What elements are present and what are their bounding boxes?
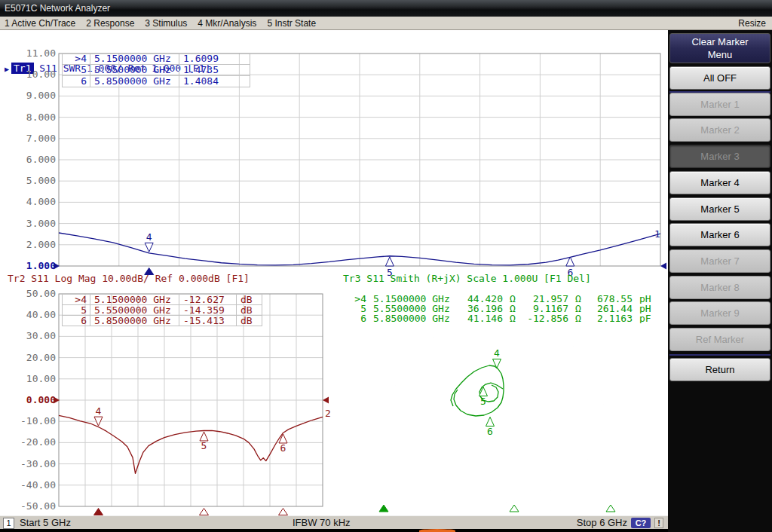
readout-cell-num: 5 <box>348 304 369 313</box>
taskbar-peek <box>419 529 455 532</box>
trace3-header[interactable]: Tr3 S11 Smith (R+jX) Scale 1.000U [F1 De… <box>343 273 591 285</box>
readout-row: 65.8500000 GHz-15.413dB <box>63 316 262 326</box>
y-axis-label: 6.000 <box>0 154 56 165</box>
readout-cell-num: >4 <box>348 294 369 304</box>
y-axis-label: 2.000 <box>0 240 56 250</box>
display-area: 45645612456 ▶Tr1 S11 SWR 1.000/ Ref 1.00… <box>0 30 668 515</box>
menu-item-response[interactable]: 2 Response <box>86 18 134 29</box>
stimulus-marker <box>94 509 103 515</box>
softkey-marker-2: Marker 2 <box>669 118 770 142</box>
readout-cell-unit: dB <box>237 305 262 315</box>
stimulus-marker <box>510 505 519 512</box>
marker-number-label: 4 <box>146 231 152 243</box>
ifbw-label: IFBW 70 kHz <box>293 517 351 528</box>
readout-cell-x: -12.856 <box>522 313 571 323</box>
readout-cell-lc: 2.1163 <box>587 313 636 323</box>
readout-cell-ohm1: Ω <box>506 294 522 304</box>
readout-cell-r: 36.196 <box>461 304 506 313</box>
softkey-marker-7: Marker 7 <box>669 249 770 273</box>
y-axis-label: -50.00 <box>0 501 56 512</box>
readout-cell-num: 5 <box>63 65 90 75</box>
trace2-header[interactable]: Tr2 S11 Log Mag 10.00dB/ Ref 0.000dB [F1… <box>8 273 250 285</box>
readout-cell-freq: 5.5500000 GHz <box>90 65 179 75</box>
y-axis-label: 40.00 <box>0 310 56 320</box>
readout-cell-lc: 261.44 <box>587 304 636 313</box>
y-axis-label: 1.000 <box>0 261 56 271</box>
tr3-trace-outer <box>451 365 504 416</box>
trace1-marker-readout: >45.1500000 GHz1.609955.5500000 GHz1.473… <box>62 53 250 87</box>
softkey-separator <box>669 354 770 356</box>
y-axis-label: 8.000 <box>0 112 56 123</box>
readout-cell-value: 1.6099 <box>179 54 250 64</box>
readout-cell-r: 41.146 <box>461 313 506 323</box>
marker-number-label: 6 <box>280 442 286 454</box>
marker-5-symbol[interactable] <box>385 257 394 266</box>
marker-5-symbol[interactable] <box>200 432 208 441</box>
readout-cell-freq: 5.1500000 GHz <box>90 54 179 64</box>
smith-marker-6-symbol[interactable] <box>486 417 495 427</box>
menu-item-instr-state[interactable]: 5 Instr State <box>267 18 316 29</box>
readout-cell-freq: 5.8500000 GHz <box>369 313 461 323</box>
readout-cell-unit: dB <box>237 316 262 326</box>
softkey-return[interactable]: Return <box>669 358 770 381</box>
readout-cell-num: >4 <box>63 54 90 64</box>
title-bar: E5071C Network Analyzer <box>0 0 772 17</box>
stop-frequency-label: Stop 6 GHz <box>577 517 627 528</box>
readout-cell-freq: 5.5500000 GHz <box>369 304 461 313</box>
readout-cell-lc_unit: pH <box>636 304 659 313</box>
readout-cell-lc_unit: pF <box>636 313 659 323</box>
softkey-marker-9: Marker 9 <box>669 301 770 325</box>
softkey-marker-3[interactable]: Marker 3 <box>669 145 770 168</box>
readout-cell-x: 9.1167 <box>522 304 571 313</box>
readout-cell-num: 5 <box>63 305 90 315</box>
readout-cell-freq: 5.1500000 GHz <box>369 294 461 304</box>
y-axis-label: 20.00 <box>0 353 56 363</box>
status-bar: 1 Start 5 GHz IFBW 70 kHz Stop 6 GHz C? … <box>0 515 668 529</box>
y-axis-label: 11.00 <box>0 48 56 59</box>
softkey-marker-6[interactable]: Marker 6 <box>669 223 770 246</box>
reference-level-pointer-right <box>660 263 666 270</box>
readout-cell-value: -12.627 <box>179 295 237 304</box>
readout-cell-freq: 5.1500000 GHz <box>90 295 179 304</box>
smith-marker-5-symbol[interactable] <box>479 387 488 396</box>
y-axis-label: 10.00 <box>0 69 56 80</box>
marker-6-symbol[interactable] <box>279 434 287 443</box>
readout-row: >45.1500000 GHz1.6099 <box>63 54 250 65</box>
readout-cell-num: >4 <box>63 295 90 304</box>
readout-row: 55.5500000 GHz1.4735 <box>63 65 250 76</box>
readout-cell-ohm1: Ω <box>506 304 522 313</box>
marker-number-label: 5 <box>201 440 207 451</box>
y-axis-label: 5.000 <box>0 176 56 186</box>
marker-number-label: 4 <box>96 405 102 417</box>
trace2-marker-readout: >45.1500000 GHz-12.627dB55.5500000 GHz-1… <box>62 294 262 326</box>
softkey-separator <box>669 91 770 93</box>
readout-row: 55.5500000 GHz36.196Ω9.1167Ω261.44pH <box>348 304 659 313</box>
softkey-all-off[interactable]: All OFF <box>669 66 770 90</box>
stimulus-marker <box>200 509 209 515</box>
softkey-marker-4[interactable]: Marker 4 <box>669 171 770 194</box>
menu-item-resize[interactable]: Resize <box>738 18 766 29</box>
error-indicator[interactable]: ! <box>654 518 663 528</box>
y-axis-label: 3.000 <box>0 219 56 229</box>
smith-marker-4-symbol[interactable] <box>493 359 501 368</box>
readout-cell-freq: 5.8500000 GHz <box>90 76 179 87</box>
trace2-number-label: 2 <box>325 408 331 419</box>
marker-number-label: 6 <box>487 426 493 437</box>
trace3-marker-readout: >45.1500000 GHz44.420Ω21.957Ω678.55pH55.… <box>348 294 659 323</box>
menu-item-stimulus[interactable]: 3 Stimulus <box>145 18 187 29</box>
readout-cell-ohm2: Ω <box>571 294 587 304</box>
marker-4-symbol[interactable] <box>145 243 153 252</box>
softkey-marker-1: Marker 1 <box>669 93 770 116</box>
readout-row: 65.8500000 GHz1.4084 <box>63 76 250 87</box>
readout-cell-x: 21.957 <box>522 294 571 304</box>
softkey-marker-8: Marker 8 <box>669 276 770 299</box>
menu-item-mkr-analysis[interactable]: 4 Mkr/Analysis <box>198 18 256 29</box>
readout-row: >45.1500000 GHz-12.627dB <box>63 295 262 305</box>
readout-cell-unit: dB <box>237 295 262 304</box>
channel-indicator: 1 <box>3 518 14 529</box>
application-window: E5071C Network Analyzer 1 Active Ch/Trac… <box>0 0 772 532</box>
y-axis-label: -10.00 <box>0 416 56 427</box>
menu-item-active-ch-trace[interactable]: 1 Active Ch/Trace <box>5 18 75 29</box>
softkey-marker-5[interactable]: Marker 5 <box>669 197 770 221</box>
readout-cell-num: 6 <box>63 76 90 87</box>
